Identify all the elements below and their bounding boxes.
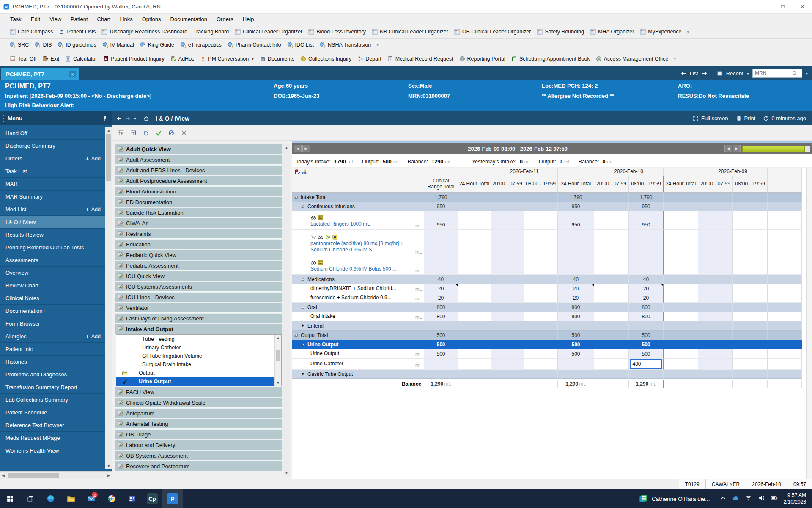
group-row-medications[interactable]: Medications404040: [292, 275, 802, 284]
grid-cell[interactable]: [733, 230, 768, 256]
grid-cell[interactable]: [664, 256, 698, 275]
grid-cell[interactable]: 1,790: [424, 193, 458, 202]
grid-cell[interactable]: [491, 275, 524, 284]
grid-cell[interactable]: [558, 321, 594, 331]
pin-icon[interactable]: [102, 116, 108, 121]
band-item-antepartum[interactable]: Antepartum: [115, 408, 283, 418]
grid-cell[interactable]: [698, 370, 733, 379]
grid-cell[interactable]: [733, 293, 768, 303]
grid-cell[interactable]: [698, 380, 733, 388]
toolbar-clinical-leader-organizer[interactable]: Clinical Leader Organizer: [232, 28, 305, 36]
grid-cell[interactable]: [491, 284, 524, 293]
grid-cell[interactable]: [458, 230, 491, 256]
toolbar-calculator[interactable]: Calculator: [62, 55, 100, 63]
grid-cell[interactable]: [491, 312, 524, 321]
toolbar-care-compass[interactable]: Care Compass: [7, 28, 56, 36]
toolbar-king-guide[interactable]: King Guide: [137, 41, 177, 49]
toolbar-iv-manual[interactable]: IV Manual: [99, 41, 137, 49]
grid-cell[interactable]: [524, 284, 558, 293]
order-link[interactable]: pantoprazole (additive) 80 mg [8 mg/hr] …: [292, 240, 424, 253]
grid-cell[interactable]: [491, 230, 524, 256]
band-item-intake-and-output[interactable]: Intake And Output: [115, 324, 283, 334]
cancel-button[interactable]: [166, 128, 176, 138]
toolbar-id-guidelines[interactable]: ID guidelines: [55, 41, 99, 49]
grid-cell[interactable]: [664, 312, 698, 321]
grid-cell[interactable]: 400: [629, 359, 664, 370]
grid-cell[interactable]: [491, 321, 524, 331]
menu-chart[interactable]: Chart: [93, 14, 115, 24]
grid-cell[interactable]: [698, 340, 733, 349]
grid-cell[interactable]: [491, 303, 524, 312]
band-item-recovery-and-postpartum[interactable]: Recovery and Postpartum: [115, 461, 283, 471]
sidebar-item-patient-info[interactable]: Patient Info: [0, 343, 105, 356]
grid-cell[interactable]: 20: [558, 293, 594, 303]
grid-cell[interactable]: [491, 211, 524, 230]
group-row-urine-output[interactable]: Urine Output500500500: [292, 340, 802, 349]
grid-cell[interactable]: [491, 359, 524, 370]
grid-cell[interactable]: [458, 275, 491, 284]
grid-cell[interactable]: 1,790: [558, 193, 594, 202]
grid-cell[interactable]: 950: [424, 211, 458, 230]
sidebar-item-mar-summary[interactable]: MAR Summary: [0, 190, 105, 203]
timescale-slider-cap[interactable]: [805, 146, 810, 152]
grid-cell[interactable]: 40: [424, 275, 458, 284]
band-item-antenatal-testing[interactable]: Antenatal Testing: [115, 419, 283, 429]
toolbar-src[interactable]: SRC: [7, 41, 32, 49]
grid-cell[interactable]: [524, 370, 558, 379]
row-furosemide-sodium-chloride-0-9-[interactable]: furosemide + Sodium Chloride 0.9...mL202…: [292, 293, 802, 303]
grid-cell[interactable]: 20: [424, 284, 458, 293]
grid-cell[interactable]: [733, 312, 768, 321]
grid-cell[interactable]: [491, 349, 524, 359]
toolbar-access-management-office[interactable]: Access Management Office: [593, 55, 672, 63]
row-dimenhydrinate-sodium-chlorid-[interactable]: dimenhyDRINATE + Sodium Chlorid...mL2020…: [292, 284, 802, 293]
grid-cell[interactable]: [491, 193, 524, 202]
toolbar-tear-off[interactable]: Tear Off: [7, 55, 39, 63]
toolbar-patient-lists[interactable]: Patient Lists: [56, 28, 99, 36]
toolbar-pharm-contact-info[interactable]: Pharm Contact Info: [225, 41, 284, 49]
grid-cell[interactable]: [664, 230, 698, 256]
sidebar-item-assessments[interactable]: Assessments: [0, 254, 105, 267]
menu-links[interactable]: Links: [115, 14, 137, 24]
grid-cell[interactable]: [594, 275, 629, 284]
toolbar-ob-clinical-leader-organizer[interactable]: OB Clinical Leader Organizer: [451, 28, 534, 36]
grid-cell[interactable]: 800: [629, 312, 664, 321]
grid-cell[interactable]: [733, 331, 768, 340]
grid-cell[interactable]: 500: [629, 331, 664, 340]
grid-cell[interactable]: [424, 230, 458, 256]
sidebar-item-task-list[interactable]: Task List: [0, 165, 105, 178]
grid-cell[interactable]: [594, 211, 629, 230]
grid-cell[interactable]: [698, 303, 733, 312]
toolbar-safety-rounding[interactable]: Safety Rounding: [534, 28, 587, 36]
news-widget[interactable]: Catherine O'Hara die...: [639, 494, 710, 503]
grid-cell[interactable]: [629, 256, 664, 275]
grid-cell[interactable]: [594, 359, 629, 370]
range-next2-icon[interactable]: ▶: [733, 145, 741, 152]
taskbar-start-button[interactable]: [0, 489, 20, 508]
grid-cell[interactable]: [524, 256, 558, 275]
grid-cell[interactable]: [664, 275, 698, 284]
grid-cell[interactable]: [664, 211, 698, 230]
io-section-surgical-drain-intake[interactable]: Surgical Drain Intake: [116, 360, 281, 369]
tray-chevron-up[interactable]: [720, 495, 726, 502]
band-item-clinical-opiate-withdrawal-scale[interactable]: Clinical Opiate Withdrawal Scale: [115, 398, 283, 408]
band-item-ventilator[interactable]: Ventilator: [115, 303, 283, 313]
sidebar-item-patient-schedule[interactable]: Patient Schedule: [0, 406, 105, 419]
grid-cell[interactable]: [458, 303, 491, 312]
menu-edit[interactable]: Edit: [27, 14, 44, 24]
grid-cell[interactable]: [491, 202, 524, 211]
tray-cloud[interactable]: [732, 494, 739, 503]
patient-search-input[interactable]: [753, 70, 792, 76]
fullscreen-button[interactable]: Full screen: [693, 115, 728, 121]
grid-cell[interactable]: 40: [558, 275, 594, 284]
search-icon[interactable]: [792, 70, 798, 76]
band-item-restraints[interactable]: Restraints: [115, 229, 283, 239]
sidebar-item-transfusion-summary-report[interactable]: Transfusion Summary Report: [0, 381, 105, 394]
io-section-scrollbar[interactable]: ▲▼: [274, 335, 281, 386]
patient-tab[interactable]: PCHMED, PT7 x: [1, 68, 79, 80]
group-row-gastric-tube-output[interactable]: Gastric Tube Output: [292, 370, 802, 379]
grid-cell[interactable]: [664, 284, 698, 293]
grid-cell[interactable]: [594, 312, 629, 321]
grid-cell[interactable]: [491, 340, 524, 349]
grid-cell[interactable]: [594, 303, 629, 312]
grid-cell[interactable]: [524, 202, 558, 211]
